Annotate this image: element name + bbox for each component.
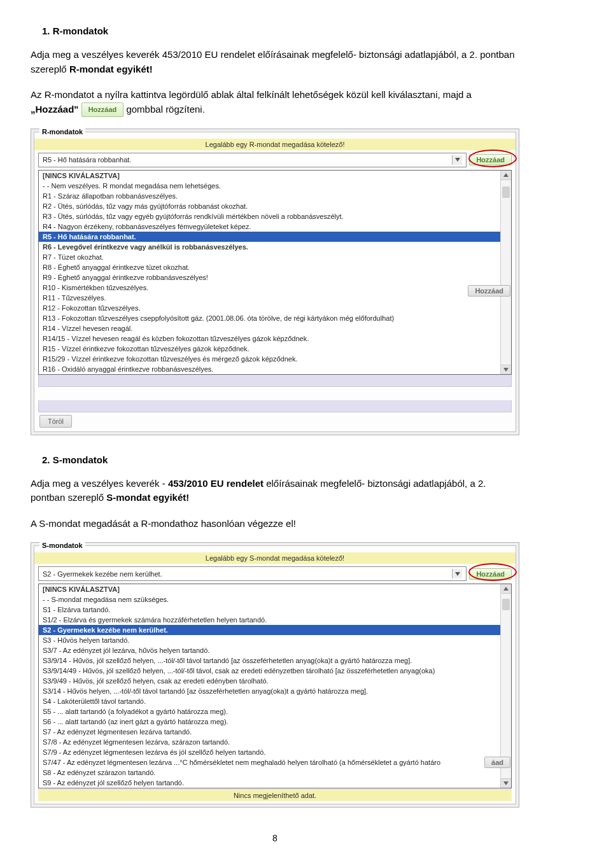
dropdown-option[interactable]: S3/14 - Hűvös helyen, ...-tól/-től távol… <box>39 686 500 696</box>
section2-p1d: S-mondat egyikét! <box>106 492 189 503</box>
page-number: 8 <box>31 833 519 843</box>
dropdown-option[interactable]: - - Nem veszélyes. R mondat megadása nem… <box>39 181 500 191</box>
bg-strip <box>38 375 512 387</box>
section2-p1: Adja meg a veszélyes keverék - 453/2010 … <box>31 477 519 505</box>
dropdown-option[interactable]: S3 - Hűvös helyen tartandó. <box>39 635 500 645</box>
dropdown-option[interactable]: R16 - Oxidáló anyaggal érintkezve robban… <box>39 364 500 374</box>
dropdown-option[interactable]: R2 - Ütés, súrlódás, tűz vagy más gyújtó… <box>39 201 500 211</box>
no-data-bar: Nincs megjeleníthető adat. <box>38 789 512 801</box>
dropdown-option[interactable]: S1 - Elzárva tartandó. <box>39 605 500 615</box>
dropdown-option[interactable]: R14/15 - Vízzel hevesen reagál és közben… <box>39 333 500 344</box>
dropdown-option[interactable]: S1/2 - Elzárva és gyermekek számára hozz… <box>39 615 500 625</box>
section1-p2a: Az R-mondatot a nyílra kattintva legördü… <box>31 89 472 100</box>
section2-p2: A S-mondat megadását a R-mondathoz hason… <box>31 517 519 531</box>
warning-bar-s: Legalább egy S-mondat megadása kötelező! <box>34 552 516 564</box>
section1-p2: Az R-mondatot a nyílra kattintva legördü… <box>31 88 519 117</box>
dropdown-option[interactable]: R6 - Levegővel érintkezve vagy anélkül i… <box>39 242 500 252</box>
dropdown-option[interactable]: R3 - Ütés, súrlódás, tűz vagy egyéb gyúj… <box>39 211 500 221</box>
dropdown-option[interactable]: S3/9/49 - Hűvös, jól szellőző helyen, cs… <box>39 676 500 686</box>
section1-p1b: R-mondat egyikét! <box>69 64 153 74</box>
dropdown-option[interactable]: S9 - Az edényzet jól szellőző helyen tar… <box>39 778 500 788</box>
scrollbar[interactable] <box>500 171 511 374</box>
dropdown-option[interactable]: [NINCS KIVÁLASZTVA] <box>39 584 500 594</box>
hozzaad-badge-icon: Hozzáad <box>81 102 124 117</box>
section1-p2b: gombbal rögzíteni. <box>126 104 204 115</box>
scroll-thumb[interactable] <box>502 186 510 198</box>
hozzaad-button-side[interactable]: Hozzáad <box>468 285 510 297</box>
section1-p1: Adja meg a veszélyes keverék 453/2010 EU… <box>31 48 519 76</box>
dropdown-option[interactable]: [NINCS KIVÁLASZTVA] <box>39 171 500 181</box>
dropdown-option[interactable]: R15/29 - Vízzel érintkezve fokozottan tű… <box>39 354 500 364</box>
warning-bar-r: Legalább egy R-mondat megadása kötelező! <box>34 139 516 150</box>
dropdown-option[interactable]: S3/9/14 - Hűvös, jól szellőző helyen, ..… <box>39 655 500 666</box>
section2-p1b: 453/2010 EU rendelet <box>168 478 263 489</box>
dropdown-option[interactable]: R14 - Vízzel hevesen reagál. <box>39 323 500 333</box>
section1-title: 1. R-mondatok <box>42 25 519 36</box>
dropdown-option[interactable]: S7/9 - Az edényzet légmentesen lezárva é… <box>39 747 500 757</box>
r-dropdown-panel[interactable]: [NINCS KIVÁLASZTVA]- - Nem veszélyes. R … <box>38 170 512 375</box>
dropdown-option[interactable]: S8 - Az edényzet szárazon tartandó. <box>39 767 500 778</box>
chevron-down-icon[interactable] <box>452 155 462 165</box>
dropdown-option[interactable]: S7/8 - Az edényzet légmentesen lezárva, … <box>39 737 500 747</box>
dropdown-option[interactable]: S3/7 - Az edényzet jól lezárva, hűvös he… <box>39 645 500 655</box>
section2-title: 2. S-mondatok <box>42 454 519 465</box>
hozzaad-button-s[interactable]: Hozzáad <box>469 568 512 580</box>
scroll-up-icon[interactable] <box>501 171 511 180</box>
screenshot-r-mondatok: R-mondatok Legalább egy R-mondat megadás… <box>31 129 519 435</box>
scroll-up-icon[interactable] <box>501 584 511 594</box>
hozzaad-button-side[interactable]: áad <box>484 757 510 768</box>
dropdown-option[interactable]: R1 - Száraz állapotban robbanásveszélyes… <box>39 191 500 201</box>
fieldset-label-s: S-mondatok <box>39 542 85 549</box>
dropdown-option[interactable]: R4 - Nagyon érzékeny, robbanásveszélyes … <box>39 221 500 232</box>
dropdown-option[interactable]: S4 - Lakóterülettől távol tartandó. <box>39 696 500 706</box>
dropdown-option[interactable]: R7 - Tüzet okozhat. <box>39 252 500 262</box>
dropdown-option[interactable]: R8 - Éghető anyaggal érintkezve tüzet ok… <box>39 262 500 272</box>
s-dropdown-panel[interactable]: [NINCS KIVÁLASZTVA]- - S-mondat megadása… <box>38 584 512 788</box>
dropdown-option[interactable]: S3/9/14/49 - Hűvös, jól szellőző helyen,… <box>39 666 500 676</box>
screenshot-s-mondatok: S-mondatok Legalább egy S-mondat megadás… <box>31 542 519 808</box>
dropdown-option[interactable]: S6 - ... alatt tartandó (az inert gázt a… <box>39 717 500 727</box>
dropdown-option[interactable]: - - S-mondat megadása nem szükséges. <box>39 594 500 605</box>
dropdown-option[interactable]: S7/47 - Az edényzet légmentesen lezárva … <box>39 757 500 767</box>
s-dropdown-field[interactable]: S2 - Gyermekek kezébe nem kerülhet. <box>38 566 467 581</box>
dropdown-option[interactable]: R10 - Kismértékben tűzveszélyes. <box>39 283 500 293</box>
fieldset-label-r: R-mondatok <box>39 128 85 136</box>
dropdown-option[interactable]: R12 - Fokozottan tűzveszélyes. <box>39 303 500 313</box>
scroll-down-icon[interactable] <box>501 778 511 788</box>
dropdown-option[interactable]: S2 - Gyermekek kezébe nem kerülhet. <box>39 625 500 635</box>
bg-strip-2 <box>38 400 512 412</box>
dropdown-option[interactable]: S7 - Az edényzet légmentesen lezárva tar… <box>39 727 500 737</box>
dropdown-option[interactable]: S5 - ... alatt tartandó (a folyadékot a … <box>39 706 500 717</box>
section2-p1a: Adja meg a veszélyes keverék - <box>31 478 168 489</box>
dropdown-option[interactable]: R5 - Hő hatására robbanhat. <box>39 232 500 242</box>
dropdown-option[interactable]: R11 - Tűzveszélyes. <box>39 293 500 303</box>
scroll-down-icon[interactable] <box>501 365 511 374</box>
r-dropdown-selected: R5 - Hő hatására robbanhat. <box>43 156 131 164</box>
torol-button[interactable]: Töröl <box>39 415 72 428</box>
scroll-thumb[interactable] <box>502 599 510 610</box>
r-dropdown-field[interactable]: R5 - Hő hatására robbanhat. <box>38 153 467 167</box>
chevron-down-icon[interactable] <box>452 569 462 578</box>
section1-p2-quote: „Hozzáad" <box>31 104 81 115</box>
s-dropdown-selected: S2 - Gyermekek kezébe nem kerülhet. <box>43 570 162 578</box>
hozzaad-button-r[interactable]: Hozzáad <box>469 154 512 165</box>
dropdown-option[interactable]: R15 - Vízzel érintkezve fokozottan tűzve… <box>39 344 500 354</box>
dropdown-option[interactable]: R13 - Fokozottan tűzveszélyes cseppfolyó… <box>39 313 500 323</box>
dropdown-option[interactable]: R9 - Éghető anyaggal érintkezve robbanás… <box>39 272 500 283</box>
